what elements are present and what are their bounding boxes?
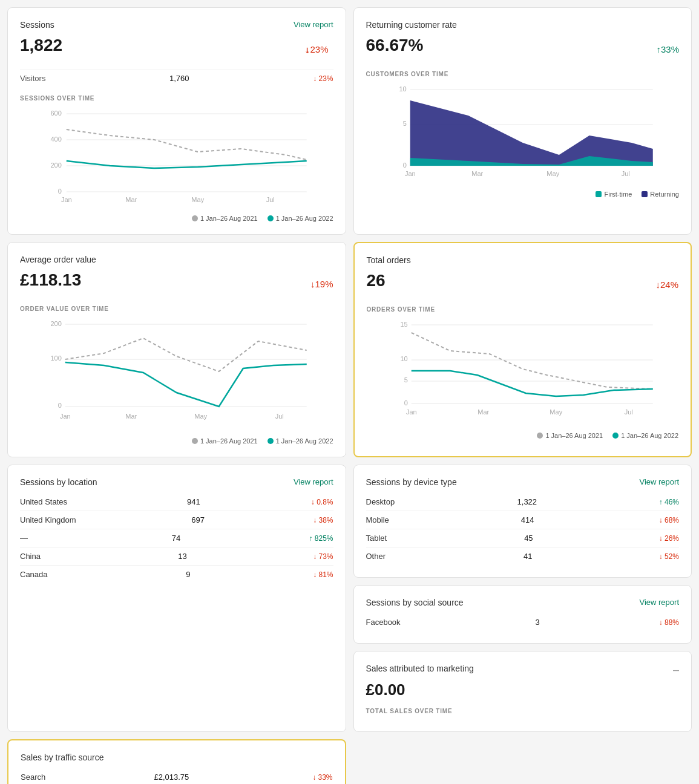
sessions-change: ↓23% — [304, 44, 333, 54]
svg-text:May: May — [191, 196, 204, 203]
sessions-by-device-rows: Desktop 1,322 ↑ 46% Mobile 414 ↓ 68% Tab… — [366, 493, 680, 565]
device-value-2: 45 — [497, 534, 533, 543]
sales-to-marketing-title: Sales attributed to marketing — [366, 664, 474, 673]
svg-text:400: 400 — [50, 136, 61, 143]
svg-text:0: 0 — [58, 402, 62, 409]
svg-marker-18 — [410, 100, 652, 166]
device-value-3: 41 — [496, 552, 533, 561]
avg-order-legend-2021: 1 Jan–26 Aug 2021 — [192, 437, 258, 445]
device-name-2: Tablet — [366, 534, 387, 543]
location-change-0: ↓ 0.8% — [297, 498, 333, 506]
returning-chart: 10 5 0 Jan Mar May Jul Firs — [366, 82, 680, 198]
sessions-by-device-title: Sessions by device type — [366, 477, 457, 487]
svg-text:5: 5 — [404, 376, 407, 384]
sessions-by-social-title: Sessions by social source — [366, 598, 464, 607]
location-change-3: ↓ 73% — [297, 552, 333, 561]
sessions-title: Sessions — [20, 20, 54, 30]
legend-dot-returning — [642, 191, 648, 197]
svg-text:Mar: Mar — [125, 413, 137, 420]
list-item: Desktop 1,322 ↑ 46% — [366, 493, 680, 511]
location-name-1: United Kingdom — [20, 515, 76, 524]
svg-text:May: May — [550, 408, 562, 416]
legend-dot-2022 — [267, 215, 274, 221]
sessions-by-social-view-report[interactable]: View report — [639, 598, 679, 607]
avg-order-legend-2022: 1 Jan–26 Aug 2022 — [267, 437, 333, 445]
device-value-0: 1,322 — [500, 497, 537, 506]
sales-to-marketing-chart-label: TOTAL SALES OVER TIME — [366, 708, 680, 714]
total-orders-chart-svg: 15 10 5 0 Jan Mar May Jul — [367, 318, 679, 426]
device-name-1: Mobile — [366, 515, 389, 524]
sessions-by-location-card: Sessions by location View report United … — [7, 465, 346, 732]
avg-order-big-number: £118.13 — [20, 270, 81, 290]
device-name-3: Other — [366, 552, 386, 561]
svg-text:May: May — [194, 413, 207, 420]
svg-text:5: 5 — [402, 120, 406, 127]
avg-order-card: Average order value £118.13 ↓19% ORDER V… — [7, 242, 346, 457]
sessions-by-location-view-report[interactable]: View report — [294, 477, 333, 486]
legend-dot-2021 — [192, 215, 198, 221]
list-item: United States 941 ↓ 0.8% — [20, 493, 333, 511]
traffic-name-0: Search — [21, 773, 45, 782]
sales-to-marketing-big-number: £0.00 — [366, 681, 680, 699]
sales-to-marketing-dash: – — [673, 664, 679, 676]
device-change-3: ↓ 52% — [643, 552, 679, 561]
visitors-value: 1,760 — [169, 74, 189, 83]
device-name-0: Desktop — [366, 497, 395, 506]
list-item: Search £2,013.75 ↓ 33% — [21, 768, 333, 784]
location-value-1: 697 — [168, 515, 205, 524]
svg-text:Jan: Jan — [60, 413, 71, 420]
svg-text:600: 600 — [50, 109, 61, 117]
svg-text:0: 0 — [404, 399, 407, 407]
total-orders-legend-2021: 1 Jan–26 Aug 2021 — [537, 432, 603, 439]
svg-text:10: 10 — [400, 355, 407, 362]
avg-order-title: Average order value — [20, 255, 96, 264]
list-item: Mobile 414 ↓ 68% — [366, 511, 680, 529]
list-item: — 74 ↑ 825% — [20, 529, 333, 547]
svg-text:Jul: Jul — [621, 170, 629, 177]
social-name-0: Facebook — [366, 618, 401, 627]
visitors-change: ↓ 23% — [313, 74, 333, 83]
returning-chart-svg: 10 5 0 Jan Mar May Jul — [366, 82, 680, 185]
total-orders-title: Total orders — [367, 255, 411, 265]
location-name-4: Canada — [20, 570, 48, 579]
location-change-2: ↑ 825% — [297, 534, 333, 543]
total-orders-chart: 15 10 5 0 Jan Mar May Jul 1 — [367, 318, 679, 439]
social-value-0: 3 — [504, 618, 540, 627]
svg-text:Jan: Jan — [405, 408, 416, 416]
sessions-by-device-view-report[interactable]: View report — [639, 477, 679, 486]
avg-order-chart: 200 100 0 Jan Mar May Jul 1 Jan–26 Aug 2… — [20, 317, 333, 445]
total-orders-big-number: 26 — [367, 271, 386, 290]
returning-chart-label: CUSTOMERS OVER TIME — [366, 71, 680, 77]
list-item: Facebook 3 ↓ 88% — [366, 613, 680, 631]
sessions-by-social-card: Sessions by social source View report Fa… — [353, 585, 692, 644]
svg-text:0: 0 — [58, 188, 62, 195]
total-orders-chart-label: ORDERS OVER TIME — [367, 306, 679, 313]
sales-to-marketing-card: Sales attributed to marketing – £0.00 TO… — [353, 651, 692, 732]
total-orders-change: ↓24% — [655, 279, 678, 290]
svg-text:0: 0 — [402, 162, 406, 169]
location-change-4: ↓ 81% — [297, 570, 333, 579]
sessions-view-report[interactable]: View report — [294, 20, 333, 29]
social-change-0: ↓ 88% — [643, 618, 679, 627]
avg-order-chart-svg: 200 100 0 Jan Mar May Jul — [20, 317, 333, 432]
location-name-2: — — [20, 534, 28, 543]
location-name-3: China — [20, 552, 41, 561]
svg-text:10: 10 — [399, 85, 406, 93]
svg-text:Jul: Jul — [275, 413, 284, 420]
sales-by-traffic-card: Sales by traffic source Search £2,013.75… — [7, 739, 346, 784]
sessions-by-location-rows: United States 941 ↓ 0.8% United Kingdom … — [20, 493, 333, 583]
sessions-legend-2021: 1 Jan–26 Aug 2021 — [192, 215, 258, 222]
sales-by-traffic-title: Sales by traffic source — [21, 753, 103, 762]
returning-card: Returning customer rate 66.67% ↑33% CUST… — [353, 7, 692, 235]
returning-legend: First-time Returning — [366, 191, 680, 198]
location-value-3: 13 — [151, 552, 187, 561]
location-value-2: 74 — [144, 534, 180, 543]
location-name-0: United States — [20, 497, 67, 506]
sessions-by-device-card: Sessions by device type View report Desk… — [353, 465, 692, 578]
avg-order-chart-label: ORDER VALUE OVER TIME — [20, 305, 333, 312]
avg-order-legend: 1 Jan–26 Aug 2021 1 Jan–26 Aug 2022 — [20, 437, 333, 445]
sessions-big-number: 1,822 — [20, 36, 62, 55]
total-orders-card: Total orders 26 ↓24% ORDERS OVER TIME 15… — [353, 242, 692, 457]
sessions-chart-label: SESSIONS OVER TIME — [20, 95, 333, 102]
returning-big-number: 66.67% — [366, 36, 424, 55]
